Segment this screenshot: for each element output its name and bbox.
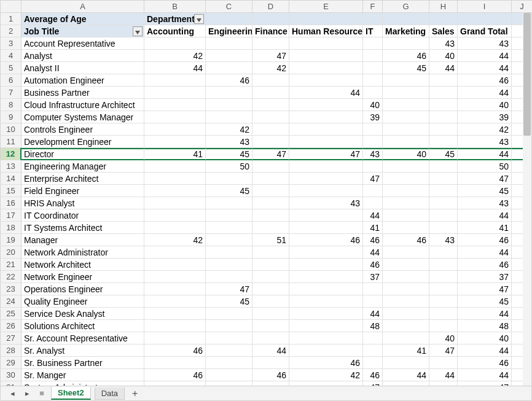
cell-1A[interactable]: Average of Age: [22, 13, 144, 25]
cell-29D[interactable]: [252, 357, 289, 369]
row-header-6[interactable]: 6: [1, 74, 22, 87]
cell-1I[interactable]: [458, 13, 512, 25]
col-header-D[interactable]: D: [252, 1, 289, 13]
cell-3B[interactable]: [144, 37, 206, 50]
row-header-9[interactable]: 9: [1, 111, 22, 123]
cell-19C[interactable]: [206, 234, 252, 246]
cell-25G[interactable]: [383, 308, 429, 320]
col-header-F[interactable]: F: [363, 1, 383, 13]
cell-15I[interactable]: 45: [458, 185, 512, 197]
cell-10B[interactable]: [144, 123, 206, 136]
row-header-15[interactable]: 15: [1, 185, 22, 197]
cell-26G[interactable]: [383, 320, 429, 332]
cell-29A[interactable]: Sr. Business Partner: [22, 357, 144, 369]
cell-18I[interactable]: 41: [458, 222, 512, 234]
cell-12D[interactable]: 47: [252, 148, 289, 160]
cell-23A[interactable]: Operations Engineer: [22, 283, 144, 295]
cell-22B[interactable]: [144, 271, 206, 283]
cell-13C[interactable]: 50: [206, 160, 252, 173]
row-header-3[interactable]: 3: [1, 37, 22, 50]
cell-29H[interactable]: [429, 357, 458, 369]
cell-5I[interactable]: 44: [458, 62, 512, 74]
cell-8G[interactable]: [383, 99, 429, 111]
cell-25D[interactable]: [252, 308, 289, 320]
cell-11C[interactable]: 43: [206, 136, 252, 148]
cell-8I[interactable]: 40: [458, 99, 512, 111]
row-header-19[interactable]: 19: [1, 234, 22, 246]
cell-8H[interactable]: [429, 99, 458, 111]
cell-23C[interactable]: 47: [206, 283, 252, 295]
cell-9F[interactable]: 39: [363, 111, 383, 123]
cell-28B[interactable]: 46: [144, 345, 206, 357]
cell-6B[interactable]: [144, 74, 206, 87]
row-header-18[interactable]: 18: [1, 222, 22, 234]
cell-2E[interactable]: Human Resources: [289, 25, 363, 37]
cell-11E[interactable]: [289, 136, 363, 148]
cell-16H[interactable]: [429, 197, 458, 209]
row-header-28[interactable]: 28: [1, 345, 22, 357]
cell-3A[interactable]: Account Representative: [22, 37, 144, 50]
cell-12B[interactable]: 41: [144, 148, 206, 160]
cell-30E[interactable]: 42: [289, 369, 363, 381]
tab-nav-prev-icon[interactable]: ◂: [7, 389, 18, 398]
cell-17D[interactable]: [252, 209, 289, 222]
cell-24F[interactable]: [363, 295, 383, 308]
cell-11B[interactable]: [144, 136, 206, 148]
cell-29G[interactable]: [383, 357, 429, 369]
cell-16B[interactable]: [144, 197, 206, 209]
cell-14I[interactable]: 47: [458, 173, 512, 185]
cell-19B[interactable]: 42: [144, 234, 206, 246]
cell-7E[interactable]: 44: [289, 87, 363, 99]
cell-17C[interactable]: [206, 209, 252, 222]
row-header-24[interactable]: 24: [1, 295, 22, 308]
row-header-30[interactable]: 30: [1, 369, 22, 381]
row-header-8[interactable]: 8: [1, 99, 22, 111]
cell-14D[interactable]: [252, 173, 289, 185]
cell-20G[interactable]: [383, 246, 429, 259]
cell-7D[interactable]: [252, 87, 289, 99]
cell-1G[interactable]: [383, 13, 429, 25]
sheet-tab-active[interactable]: Sheet2: [51, 387, 91, 400]
row-header-26[interactable]: 26: [1, 320, 22, 332]
cell-15C[interactable]: 45: [206, 185, 252, 197]
cell-7H[interactable]: [429, 87, 458, 99]
cell-26E[interactable]: [289, 320, 363, 332]
cell-5H[interactable]: 44: [429, 62, 458, 74]
row-header-11[interactable]: 11: [1, 136, 22, 148]
cell-9D[interactable]: [252, 111, 289, 123]
cell-15A[interactable]: Field Engineer: [22, 185, 144, 197]
cell-23I[interactable]: 47: [458, 283, 512, 295]
cell-30A[interactable]: Sr. Manger: [22, 369, 144, 381]
cell-1E[interactable]: [289, 13, 363, 25]
vertical-scrollbar[interactable]: [523, 13, 531, 386]
jobtitle-filter-dropdown[interactable]: [133, 26, 143, 36]
cell-17E[interactable]: [289, 209, 363, 222]
cell-4C[interactable]: [206, 50, 252, 62]
cell-12A[interactable]: Director: [22, 148, 144, 160]
cell-19E[interactable]: 46: [289, 234, 363, 246]
cell-5G[interactable]: 45: [383, 62, 429, 74]
cell-3D[interactable]: [252, 37, 289, 50]
cell-13B[interactable]: [144, 160, 206, 173]
cell-13F[interactable]: [363, 160, 383, 173]
cell-18B[interactable]: [144, 222, 206, 234]
cell-11G[interactable]: [383, 136, 429, 148]
cell-2I[interactable]: Grand Total: [458, 25, 512, 37]
cell-13G[interactable]: [383, 160, 429, 173]
cell-2G[interactable]: Marketing: [383, 25, 429, 37]
cell-19F[interactable]: 46: [363, 234, 383, 246]
select-all-corner[interactable]: [1, 1, 22, 13]
cell-26F[interactable]: 48: [363, 320, 383, 332]
cell-28F[interactable]: [363, 345, 383, 357]
cell-4F[interactable]: [363, 50, 383, 62]
col-header-J[interactable]: J: [512, 1, 532, 13]
cell-6G[interactable]: [383, 74, 429, 87]
row-header-5[interactable]: 5: [1, 62, 22, 74]
cell-6I[interactable]: 46: [458, 74, 512, 87]
cell-27D[interactable]: [252, 332, 289, 345]
cell-22D[interactable]: [252, 271, 289, 283]
cell-1H[interactable]: [429, 13, 458, 25]
cell-29I[interactable]: 46: [458, 357, 512, 369]
cell-28I[interactable]: 44: [458, 345, 512, 357]
cell-24A[interactable]: Quality Engineer: [22, 295, 144, 308]
